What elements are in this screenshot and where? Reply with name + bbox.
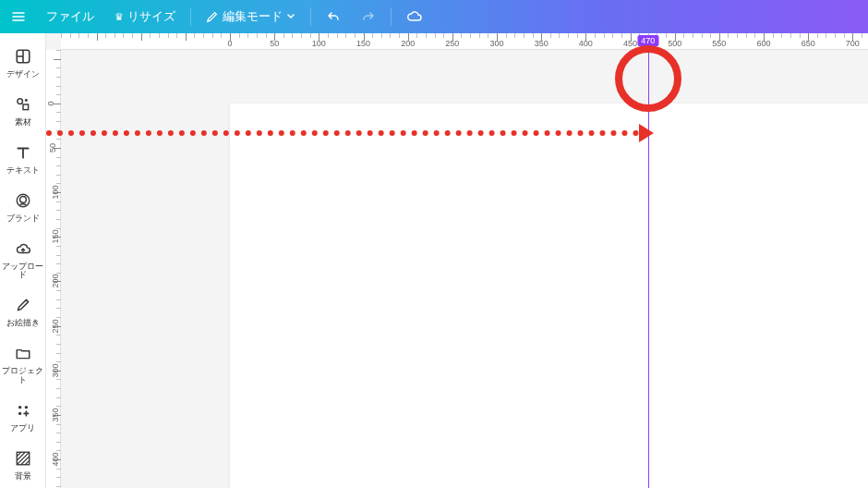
cloud-sync-button[interactable] — [401, 5, 428, 29]
sidebar-item-label: テキスト — [6, 166, 40, 176]
redo-button[interactable] — [356, 6, 381, 28]
file-label: ファイル — [46, 8, 94, 25]
ruler-h-label: 600 — [756, 39, 770, 48]
undo-icon — [326, 9, 341, 24]
sidebar-item-upload[interactable]: アップロード — [0, 231, 45, 288]
file-menu[interactable]: ファイル — [41, 5, 100, 29]
sidebar: デザイン素材テキストブランドアップロードお絵描きプロジェクトアプリ背景 — [0, 33, 46, 488]
hamburger-icon — [11, 9, 26, 24]
svg-point-8 — [18, 412, 20, 415]
chevron-down-icon — [286, 12, 295, 21]
edit-mode-label: 編集モード — [223, 8, 283, 25]
sidebar-item-label: アップロード — [0, 262, 45, 281]
apps-icon — [13, 400, 33, 421]
ruler-vertical[interactable]: 050100150200250300350400450 — [46, 50, 61, 488]
sidebar-item-elements[interactable]: 素材 — [0, 87, 45, 135]
sidebar-item-apps[interactable]: アプリ — [0, 393, 45, 441]
sidebar-item-text[interactable]: テキスト — [0, 135, 45, 183]
pencil-icon — [206, 10, 219, 23]
canvas[interactable] — [230, 104, 868, 488]
sidebar-item-label: デザイン — [6, 70, 40, 79]
svg-point-3 — [24, 99, 27, 102]
ruler-h-label: 150 — [356, 39, 370, 48]
sidebar-item-brand[interactable]: ブランド — [0, 183, 45, 231]
resize-label: リサイズ — [127, 8, 175, 25]
sidebar-item-design[interactable]: デザイン — [0, 39, 45, 87]
resize-button[interactable]: ♛ リサイズ — [109, 5, 181, 29]
hamburger-menu[interactable] — [6, 6, 31, 28]
guide-badge: 470 — [637, 35, 658, 46]
separator — [310, 7, 311, 26]
workspace: 0501001502002503003504004505005506006507… — [46, 33, 868, 488]
undo-button[interactable] — [320, 6, 346, 28]
ruler-h-label: 250 — [445, 39, 459, 48]
pencil-icon — [13, 295, 33, 315]
ruler-h-label: 450 — [623, 39, 637, 48]
ruler-v-label: 300 — [51, 363, 60, 377]
separator — [391, 7, 392, 26]
svg-point-6 — [18, 406, 20, 409]
ruler-horizontal[interactable]: 0501001502002503003504004505005506006507… — [61, 33, 868, 50]
crown-icon: ♛ — [115, 11, 124, 23]
sidebar-item-draw[interactable]: お絵描き — [0, 287, 45, 336]
ruler-v-label: 100 — [51, 186, 60, 200]
edit-mode-button[interactable]: 編集モード — [200, 5, 301, 29]
sidebar-item-label: プロジェクト — [0, 367, 45, 385]
sidebar-item-label: 素材 — [15, 118, 31, 128]
ruler-h-label: 200 — [401, 39, 415, 48]
sidebar-item-label: アプリ — [10, 424, 35, 433]
ruler-h-label: 700 — [846, 39, 860, 48]
ruler-h-label: 650 — [802, 39, 815, 48]
svg-point-4 — [19, 196, 26, 202]
separator — [190, 7, 191, 26]
ruler-h-label: 550 — [712, 39, 726, 48]
ruler-h-label: 50 — [270, 39, 279, 48]
ruler-v-label: 200 — [51, 274, 60, 288]
sidebar-item-projects[interactable]: プロジェクト — [0, 336, 45, 393]
ruler-h-label: 400 — [579, 39, 593, 48]
ruler-v-label: 250 — [51, 319, 60, 333]
text-icon — [13, 142, 33, 163]
ruler-h-label: 500 — [668, 39, 681, 48]
sidebar-item-label: ブランド — [6, 214, 40, 224]
redo-icon — [361, 9, 376, 24]
guide-vertical[interactable] — [648, 50, 649, 488]
ruler-h-label: 0 — [228, 39, 233, 48]
cloud-icon — [13, 238, 33, 259]
hatch-icon — [13, 448, 33, 469]
svg-point-1 — [17, 99, 22, 104]
ruler-v-label: 400 — [51, 453, 60, 467]
ruler-v-label: 350 — [51, 408, 60, 421]
brand-icon — [13, 190, 33, 211]
guide-badge-value: 470 — [641, 36, 655, 45]
ruler-h-label: 100 — [312, 39, 326, 48]
sidebar-item-label: お絵描き — [6, 319, 40, 328]
canvas-viewport[interactable] — [61, 50, 868, 488]
ruler-v-label: 50 — [48, 143, 57, 152]
folder-icon — [13, 343, 33, 363]
shapes-icon — [13, 94, 33, 115]
layout-icon — [13, 46, 33, 67]
sidebar-item-bg[interactable]: 背景 — [0, 441, 45, 488]
ruler-h-label: 300 — [490, 39, 504, 48]
ruler-v-label: 150 — [51, 230, 60, 244]
sidebar-item-label: 背景 — [15, 472, 31, 482]
ruler-h-label: 350 — [535, 39, 549, 48]
svg-rect-2 — [23, 104, 29, 110]
svg-point-7 — [24, 406, 27, 409]
cloud-icon — [406, 8, 423, 25]
topbar: ファイル ♛ リサイズ 編集モード — [0, 0, 868, 33]
ruler-v-label: 0 — [46, 101, 55, 105]
